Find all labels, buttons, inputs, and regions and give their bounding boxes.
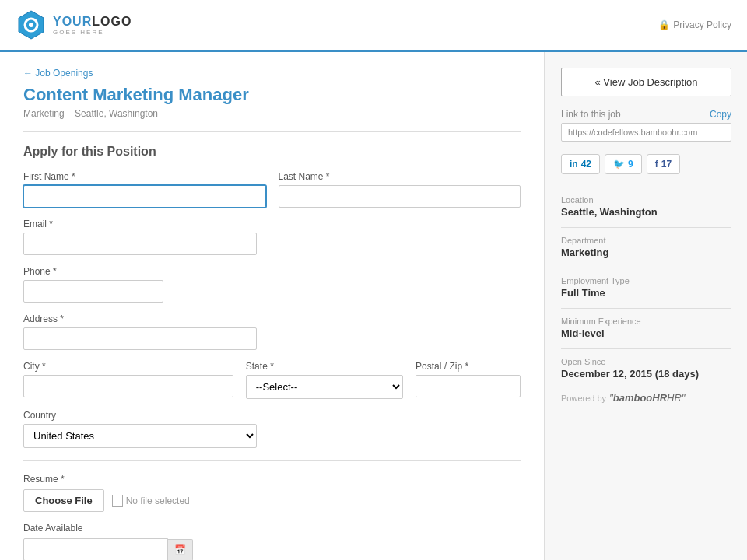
first-name-label: First Name * — [23, 171, 266, 182]
employment-type-value: Full Time — [561, 287, 731, 299]
date-available-label: Date Available — [23, 523, 521, 534]
no-file-text: No file selected — [112, 495, 190, 507]
country-label: Country — [23, 410, 521, 421]
social-row: in 42 🐦 9 f 17 — [561, 154, 731, 174]
sidebar-divider-4 — [561, 308, 731, 309]
facebook-icon: f — [655, 159, 658, 170]
logo: YOURLOGO GOES HERE — [16, 9, 132, 40]
email-label: Email * — [23, 219, 521, 229]
open-since-label: Open Since — [561, 357, 731, 366]
job-title: Content Marketing Manager — [23, 85, 521, 105]
first-name-group: First Name * — [23, 171, 266, 208]
no-file-label: No file selected — [126, 495, 190, 506]
open-since-value: December 12, 2015 (18 days) — [561, 368, 731, 380]
site-header: YOURLOGO GOES HERE 🔒 Privacy Policy — [0, 0, 747, 52]
copy-link-button[interactable]: Copy — [710, 109, 731, 120]
file-upload-container: Choose File No file selected — [23, 489, 521, 512]
logo-logo: LOGO — [92, 15, 132, 28]
last-name-label: Last Name * — [279, 171, 521, 182]
city-state-zip-row: City * State * --Select-- Postal / Zip * — [23, 361, 521, 399]
city-input[interactable] — [23, 375, 233, 397]
city-label: City * — [23, 361, 233, 372]
main-panel: Job Openings Content Marketing Manager M… — [0, 52, 545, 560]
address-label: Address * — [23, 313, 521, 324]
state-group: State * --Select-- — [246, 361, 403, 399]
department-item: Department Marketing — [561, 236, 731, 258]
country-row: Country United States — [23, 410, 521, 448]
logo-your: YOUR — [53, 15, 92, 28]
country-group: Country United States — [23, 410, 521, 448]
state-select[interactable]: --Select-- — [246, 375, 403, 399]
privacy-policy-label: Privacy Policy — [673, 19, 731, 30]
email-row: Email * — [23, 219, 521, 255]
city-group: City * — [23, 361, 233, 399]
job-link-input[interactable] — [561, 123, 731, 142]
linkedin-count: 42 — [581, 159, 591, 170]
sidebar-divider-5 — [561, 348, 731, 349]
sidebar: « View Job Description Link to this job … — [545, 52, 747, 560]
state-label: State * — [246, 361, 403, 372]
postal-label: Postal / Zip * — [416, 361, 521, 372]
facebook-share-button[interactable]: f 17 — [647, 154, 680, 174]
email-group: Email * — [23, 219, 521, 255]
breadcrumb[interactable]: Job Openings — [23, 68, 521, 79]
svg-point-2 — [29, 23, 33, 27]
min-experience-value: Mid-level — [561, 327, 731, 339]
sidebar-divider-1 — [561, 187, 731, 187]
address-input[interactable] — [23, 327, 257, 350]
first-name-input[interactable] — [23, 185, 266, 208]
sidebar-divider-2 — [561, 227, 731, 228]
email-input[interactable] — [23, 233, 257, 255]
twitter-icon: 🐦 — [613, 159, 625, 170]
form-section-title: Apply for this Position — [23, 145, 521, 159]
employment-type-label: Employment Type — [561, 276, 731, 285]
divider-1 — [23, 131, 521, 132]
zip-input[interactable] — [416, 375, 521, 397]
name-row: First Name * Last Name * — [23, 171, 521, 208]
breadcrumb-link[interactable]: Job Openings — [35, 68, 93, 79]
resume-row: Resume * Choose File No file selected — [23, 474, 521, 512]
employment-type-item: Employment Type Full Time — [561, 276, 731, 299]
department-value: Marketing — [561, 247, 731, 258]
last-name-group: Last Name * — [279, 171, 521, 208]
bamboohr-brand: "bambooHRHR" — [609, 392, 685, 404]
calendar-button[interactable]: 📅 — [168, 539, 193, 561]
twitter-count: 9 — [628, 159, 633, 170]
date-available-input[interactable] — [23, 538, 168, 560]
phone-label: Phone * — [23, 266, 521, 277]
view-job-button[interactable]: « View Job Description — [561, 68, 731, 96]
location-item: Location Seattle, Washington — [561, 195, 731, 218]
department-label: Department — [561, 236, 731, 245]
location-label: Location — [561, 195, 731, 205]
powered-by: Powered by "bambooHRHR" — [561, 392, 731, 404]
address-group: Address * — [23, 313, 521, 350]
phone-input[interactable] — [23, 280, 163, 303]
file-icon — [112, 495, 123, 507]
min-experience-item: Minimum Experience Mid-level — [561, 317, 731, 339]
location-value: Seattle, Washington — [561, 206, 731, 218]
min-experience-label: Minimum Experience — [561, 317, 731, 326]
resume-label: Resume * — [23, 474, 521, 485]
content-area: Job Openings Content Marketing Manager M… — [0, 52, 747, 560]
country-select[interactable]: United States — [23, 424, 257, 448]
link-label-row: Link to this job Copy — [561, 109, 731, 120]
twitter-share-button[interactable]: 🐦 9 — [605, 154, 642, 174]
linkedin-icon: in — [570, 159, 578, 170]
zip-group: Postal / Zip * — [416, 361, 521, 399]
choose-file-button[interactable]: Choose File — [23, 489, 104, 512]
link-section: Link to this job Copy — [561, 109, 731, 142]
phone-row: Phone * — [23, 266, 521, 303]
divider-2 — [23, 460, 521, 461]
powered-by-label: Powered by — [561, 394, 606, 403]
link-to-job-label: Link to this job — [561, 109, 621, 120]
facebook-count: 17 — [661, 159, 672, 170]
privacy-policy-link[interactable]: 🔒 Privacy Policy — [658, 19, 731, 30]
logo-sub: GOES HERE — [53, 29, 132, 37]
last-name-input[interactable] — [279, 185, 521, 208]
phone-group: Phone * — [23, 266, 521, 303]
linkedin-share-button[interactable]: in 42 — [561, 154, 600, 174]
open-since-item: Open Since December 12, 2015 (18 days) — [561, 357, 731, 380]
sidebar-divider-3 — [561, 268, 731, 268]
job-subtitle: Marketing – Seattle, Washington — [23, 108, 521, 119]
date-available-row: Date Available 📅 — [23, 523, 521, 560]
